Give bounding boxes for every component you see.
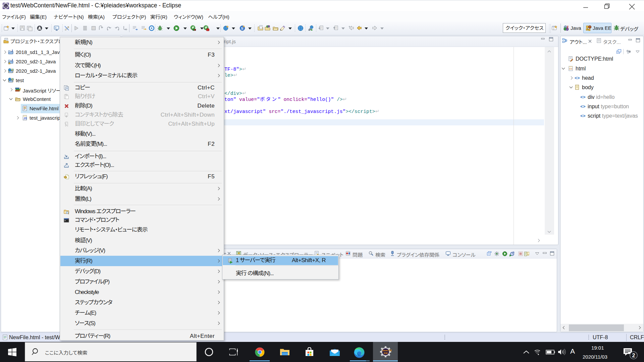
svg-text:<>: <> bbox=[569, 67, 573, 70]
svg-text:2: 2 bbox=[632, 353, 635, 358]
svg-text:<>: <> bbox=[580, 95, 586, 100]
svg-text:<>: <> bbox=[580, 114, 586, 119]
svg-text:S: S bbox=[241, 26, 244, 31]
svg-text:<>: <> bbox=[580, 104, 586, 109]
svg-text:IDE: IDE bbox=[384, 352, 388, 355]
svg-text:<>: <> bbox=[575, 76, 580, 81]
svg-text:J: J bbox=[567, 25, 569, 29]
